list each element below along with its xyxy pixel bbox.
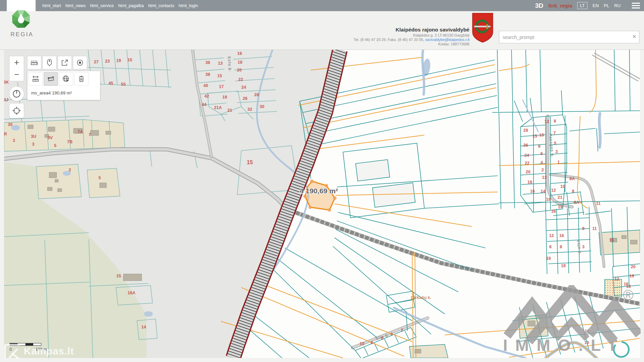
parcel-number: 6A bbox=[574, 200, 579, 205]
globe-cursor-icon bbox=[62, 75, 70, 83]
measure-distance-button[interactable] bbox=[28, 72, 43, 86]
clock-icon bbox=[12, 89, 21, 98]
marker-tool-button[interactable] bbox=[42, 56, 57, 69]
nav-pagalba[interactable]: html_pagalba bbox=[118, 3, 144, 8]
parcel-number: 26 bbox=[243, 96, 247, 101]
parcel-number: 14 bbox=[541, 189, 545, 194]
export-tool-button[interactable] bbox=[58, 56, 72, 69]
trash-icon bbox=[77, 75, 85, 83]
parcel-number: 1 bbox=[558, 160, 560, 165]
nav-news[interactable]: html_news bbox=[65, 3, 86, 8]
parcel-number: 19 bbox=[561, 263, 566, 268]
parcel-number: 19 bbox=[116, 58, 121, 63]
parcel-number: 44 bbox=[202, 102, 206, 107]
parcel-number: 27 bbox=[94, 60, 99, 64]
record-point-button[interactable] bbox=[73, 56, 87, 69]
parcel-number: 17 bbox=[219, 84, 224, 89]
parcel-number: 16 bbox=[551, 209, 556, 214]
zoom-out-button[interactable]: − bbox=[9, 68, 24, 81]
parcel-number: 15 bbox=[116, 274, 121, 278]
view-3d-button[interactable]: 3D bbox=[535, 2, 543, 9]
regia-gem-logo[interactable] bbox=[10, 7, 32, 31]
parcel-number: 16A bbox=[128, 291, 136, 295]
parcel-number: 18 bbox=[238, 60, 242, 65]
search-input[interactable] bbox=[499, 31, 639, 43]
parcel-number: 7 bbox=[554, 131, 556, 135]
parcel-number: 11 bbox=[596, 201, 600, 206]
topbar-controls: 3D link_regia LT EN PL RU bbox=[535, 0, 640, 11]
measurement-panel: ms_area4 190,69 m² bbox=[27, 71, 100, 100]
email-link[interactable]: savivaldybe@klaipedos-r.lt bbox=[425, 38, 469, 42]
parcel-number: 18 bbox=[527, 180, 532, 185]
parcel-number: 4 bbox=[541, 160, 543, 165]
hamburger-menu-icon[interactable] bbox=[632, 3, 640, 8]
parcel-number: 21 bbox=[558, 195, 562, 200]
parcel-number: 9 bbox=[554, 119, 556, 124]
measure-area-button[interactable] bbox=[44, 72, 58, 86]
measure-geodesic-button[interactable] bbox=[59, 72, 73, 86]
lang-en[interactable]: EN bbox=[592, 3, 599, 8]
lang-ru[interactable]: RU bbox=[614, 3, 621, 8]
measurement-result: ms_area4 190,69 m² bbox=[28, 86, 99, 99]
parcel-number: R bbox=[4, 132, 7, 136]
parcel-number: 30 bbox=[8, 122, 13, 127]
parcel-number: 24 bbox=[241, 85, 246, 90]
parcel-number: 30 bbox=[260, 104, 264, 109]
record-dot-icon bbox=[76, 59, 84, 67]
parcel-number: 8 bbox=[560, 244, 562, 249]
lang-lt[interactable]: LT bbox=[577, 2, 587, 9]
parcel-number: 10 bbox=[584, 340, 589, 345]
lang-pl[interactable]: PL bbox=[604, 3, 609, 8]
parcel-number: 42 bbox=[204, 94, 209, 99]
kampas-logo-icon bbox=[4, 343, 22, 359]
parcel-number: 24 bbox=[524, 153, 529, 158]
parcel-number: 12 bbox=[549, 233, 554, 238]
phone-fax: Tel. (8 46) 47 20 25; Faks. (8 46) 47 20… bbox=[354, 38, 425, 42]
municipality-code: Kodas: 188773688 bbox=[354, 42, 469, 46]
nav-contacts[interactable]: html_contacts bbox=[148, 3, 174, 8]
parcel-number: 38 bbox=[205, 72, 210, 77]
clear-search-icon[interactable]: × bbox=[632, 33, 636, 40]
parcel-number: 28 bbox=[254, 92, 259, 97]
parcel-number: 55 bbox=[121, 82, 126, 87]
parcel-number: 3 bbox=[13, 138, 15, 143]
parcel-number: 18 bbox=[585, 329, 589, 334]
nav-start[interactable]: html_start bbox=[42, 3, 61, 8]
parcel-number: 23 bbox=[105, 59, 110, 64]
search-box: × bbox=[499, 31, 639, 43]
measure-tool-button[interactable] bbox=[27, 56, 41, 69]
distance-ruler-icon bbox=[32, 75, 40, 83]
nav-login[interactable]: html_login bbox=[179, 3, 198, 8]
parcel-number: 2 bbox=[401, 328, 403, 333]
zoom-in-button[interactable]: + bbox=[9, 56, 24, 69]
kampas-watermark-text: Kampas.lt bbox=[24, 345, 74, 357]
parcel-number: 20 bbox=[631, 264, 636, 269]
parcel-number: 15 bbox=[217, 73, 222, 78]
regia-portal: html_start html_news html_service html_p… bbox=[0, 0, 644, 362]
nav-service[interactable]: html_service bbox=[90, 3, 114, 8]
delete-measure-button[interactable] bbox=[74, 72, 88, 86]
parcel-number: 21 bbox=[227, 108, 232, 113]
parcel-number: 3U bbox=[31, 134, 36, 139]
parcel-number: 6 bbox=[549, 244, 552, 249]
parcel-number: 10 bbox=[360, 341, 364, 346]
parcel-number: 21A bbox=[214, 105, 222, 110]
parcel-number: 8 bbox=[371, 340, 373, 345]
area-ruler-icon bbox=[47, 75, 55, 83]
parcel-number: 15 bbox=[609, 238, 614, 242]
parcel-number: 22 bbox=[238, 77, 243, 82]
parcel-number: 12 bbox=[551, 188, 556, 193]
parcel-number: 6 bbox=[381, 336, 384, 341]
parcel-number: 2 bbox=[542, 168, 544, 172]
parcel-number: 4 bbox=[390, 332, 393, 337]
kampas-watermark: Kampas.lt bbox=[4, 343, 74, 359]
parcel-number: 6 bbox=[541, 151, 543, 156]
locate-me-button[interactable] bbox=[9, 103, 24, 118]
parcel-number: 3V bbox=[47, 135, 53, 140]
parcel-number: 16 bbox=[559, 233, 564, 238]
regia-link[interactable]: link_regia bbox=[548, 3, 572, 8]
parcel-number: 45 bbox=[108, 81, 113, 86]
parcel-number: 12 bbox=[615, 277, 619, 281]
parcel-number: 3K bbox=[4, 80, 9, 85]
history-clock-button[interactable] bbox=[9, 86, 24, 101]
